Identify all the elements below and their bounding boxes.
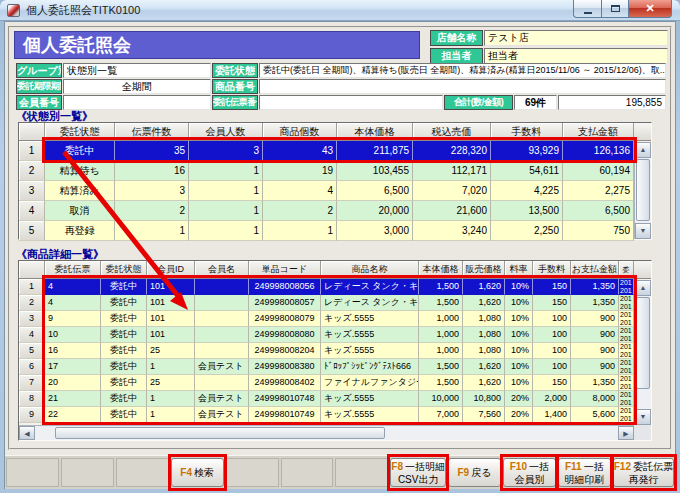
cell[interactable]: 20% [505, 407, 533, 423]
cell[interactable]: 10,800 [463, 391, 505, 407]
cell[interactable]: 1,080 [463, 311, 505, 327]
f4-button[interactable]: F4検索 [171, 458, 224, 487]
cell[interactable]: 会員テスト [195, 391, 249, 407]
cell[interactable]: 2 [115, 201, 189, 221]
consignment-status-value[interactable]: 委託中(委託日 全期間)、精算待ち(販売日 全期間)、精算済み(精算日2015/… [259, 63, 666, 78]
cell[interactable]: 委託中 [101, 311, 147, 327]
slip-number-input[interactable] [259, 95, 443, 110]
cell[interactable]: 249998010748 [249, 391, 321, 407]
cell[interactable]: 126,136 [563, 141, 634, 161]
cell[interactable]: 249998008057 [249, 295, 321, 311]
cell[interactable]: 1 [189, 221, 263, 241]
cell[interactable]: 1,500 [419, 295, 463, 311]
cell[interactable]: ﾄﾞﾛｯﾌﾟｼｯﾋﾟﾝｸﾞﾃｽﾄ666 [321, 359, 419, 375]
cell[interactable]: 1,620 [463, 359, 505, 375]
minimize-button[interactable] [573, 0, 602, 18]
cell[interactable] [195, 295, 249, 311]
f11-button[interactable]: F11一括明細印刷 [558, 458, 611, 487]
cell[interactable]: 211,875 [337, 141, 413, 161]
cell[interactable]: 3,240 [413, 221, 491, 241]
cell[interactable]: 精算待ち [45, 161, 115, 181]
cell[interactable]: 100 [533, 343, 571, 359]
cell[interactable]: 17 [45, 359, 101, 375]
cell[interactable]: 取消 [45, 201, 115, 221]
cell[interactable]: 10 [45, 327, 101, 343]
cell[interactable]: キッズ.5555 [321, 391, 419, 407]
cell[interactable]: 1 [147, 391, 195, 407]
cell[interactable]: 101 [147, 279, 195, 295]
member-number-input[interactable] [63, 95, 211, 110]
cell[interactable]: 2,000 [533, 391, 571, 407]
table-row[interactable]: 2精算待ち16119103,455112,17154,61160,194 [19, 161, 651, 181]
cell[interactable]: 101 [147, 327, 195, 343]
cell[interactable]: 6,500 [337, 181, 413, 201]
table-row[interactable]: 5再登録1113,0003,2402,250750 [19, 221, 651, 241]
cell[interactable]: 2,250 [491, 221, 563, 241]
scrollbar-thumb[interactable] [636, 297, 650, 389]
table-row[interactable]: 24委託中101249998008057レディース タンク・キャミ1,5001,… [19, 295, 651, 311]
cell[interactable]: 60,194 [563, 161, 634, 181]
scrollbar-thumb[interactable] [55, 427, 385, 439]
scroll-right-icon[interactable]: ▶ [618, 426, 634, 440]
cell[interactable]: 101 [147, 295, 195, 311]
cell[interactable]: 委託中 [101, 343, 147, 359]
cell[interactable]: 43 [263, 141, 337, 161]
table-row[interactable]: 617委託中1会員テスト249998008380ﾄﾞﾛｯﾌﾟｼｯﾋﾟﾝｸﾞﾃｽﾄ… [19, 359, 651, 375]
cell[interactable]: 1,400 [533, 407, 571, 423]
cell[interactable]: レディース タンク・キャミ [321, 295, 419, 311]
cell[interactable]: 1 [189, 201, 263, 221]
cell[interactable]: 25 [147, 375, 195, 391]
cell[interactable]: 1,350 [571, 295, 619, 311]
f9-button[interactable]: F9戻る [448, 458, 501, 487]
clipped-date-cell[interactable]: 201201 [619, 407, 634, 423]
cell[interactable]: 4 [263, 181, 337, 201]
status-vertical-scrollbar[interactable]: ▲ ▼ [634, 142, 651, 239]
scroll-left-icon[interactable]: ◀ [19, 426, 35, 440]
table-row[interactable]: 1委託中35343211,875228,32093,929126,136 [19, 141, 651, 161]
clipped-date-cell[interactable]: 201201 [619, 343, 634, 359]
cell[interactable]: 19 [263, 161, 337, 181]
clipped-date-cell[interactable]: 201201 [619, 295, 634, 311]
cell[interactable]: 1 [189, 161, 263, 181]
cell[interactable]: キッズ.5555 [321, 343, 419, 359]
cell[interactable]: キッズ.5555 [321, 327, 419, 343]
cell[interactable]: 16 [45, 343, 101, 359]
cell[interactable]: 100 [533, 359, 571, 375]
clipped-date-cell[interactable]: 201201 [619, 279, 634, 295]
cell[interactable]: 1,350 [571, 375, 619, 391]
cell[interactable]: 10% [505, 279, 533, 295]
cell[interactable]: 10,000 [419, 391, 463, 407]
table-row[interactable]: 4取消21220,00021,60013,5006,500 [19, 201, 651, 221]
cell[interactable]: 7,560 [463, 407, 505, 423]
table-row[interactable]: 410委託中101249998008080キッズ.55551,0001,0801… [19, 327, 651, 343]
cell[interactable]: 精算済み [45, 181, 115, 201]
cell[interactable]: 3 [189, 141, 263, 161]
cell[interactable]: 1,000 [419, 311, 463, 327]
table-row[interactable]: 39委託中101249998008079キッズ.55551,0001,08010… [19, 311, 651, 327]
cell[interactable]: 2,275 [563, 181, 634, 201]
cell[interactable]: 900 [571, 311, 619, 327]
cell[interactable]: 10% [505, 327, 533, 343]
cell[interactable]: 委託中 [101, 407, 147, 423]
cell[interactable]: 25 [147, 343, 195, 359]
cell[interactable]: 5,600 [571, 407, 619, 423]
cell[interactable]: 1,500 [419, 279, 463, 295]
cell[interactable]: 10% [505, 375, 533, 391]
cell[interactable]: 1,080 [463, 343, 505, 359]
cell[interactable]: 10% [505, 311, 533, 327]
cell[interactable]: 委託中 [45, 141, 115, 161]
close-button[interactable]: ✕ [629, 0, 672, 18]
cell[interactable]: 20% [505, 391, 533, 407]
cell[interactable]: 20 [45, 375, 101, 391]
clipped-date-cell[interactable]: 201201 [619, 327, 634, 343]
cell[interactable]: 13,500 [491, 201, 563, 221]
cell[interactable]: 20,000 [337, 201, 413, 221]
cell[interactable]: 委託中 [101, 279, 147, 295]
cell[interactable]: 1,500 [419, 375, 463, 391]
cell[interactable]: 54,611 [491, 161, 563, 181]
scrollbar-thumb[interactable] [636, 159, 650, 221]
cell[interactable]: 10% [505, 343, 533, 359]
clipped-date-cell[interactable]: 201201 [619, 359, 634, 375]
cell[interactable] [195, 311, 249, 327]
table-row[interactable]: 14委託中101249998008056レディース タンク・キャミ1,5001,… [19, 279, 651, 295]
